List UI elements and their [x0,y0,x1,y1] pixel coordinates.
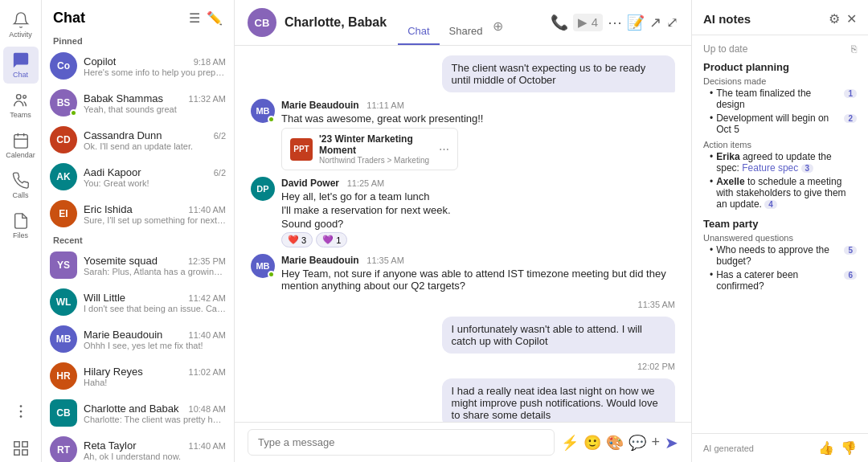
message-input-area: ⚡ 🙂 🎨 💬 + ➤ [235,422,691,462]
chat-item-eric[interactable]: EI Eric Ishida 11:40 AM Sure, I'll set u… [42,195,234,232]
chat-item-name: Copilot [84,55,116,67]
sidebar-item-files[interactable]: Files [3,207,39,244]
thumbs-up-icon[interactable]: 👍 [818,440,834,456]
sidebar-calls-label: Calls [12,191,28,199]
chat-item-time: 10:48 AM [189,404,226,414]
send-icon[interactable]: ➤ [665,433,678,452]
chat-item-babak[interactable]: BS Babak Shammas 11:32 AM Yeah, that sou… [42,84,234,121]
emoji-icon[interactable]: 🙂 [583,434,601,452]
ai-notes-icon[interactable]: 📝 [627,14,645,31]
ai-notes-content: Up to date ⎘ Product planning Decisions … [692,35,868,433]
thumbs-down-icon[interactable]: 👎 [841,440,857,456]
chat-item-reta[interactable]: RT Reta Taylor 11:40 AM Ah, ok I underst… [42,431,234,462]
avatar-babak: BS [50,89,77,117]
msg-sender: David Power [281,178,339,189]
chat-nav-icon [12,51,30,69]
pinned-section-label: Pinned [42,33,234,47]
chat-list-panel: Chat ☰ ✏️ Pinned Co Copilot 9:18 AM Here… [42,0,235,462]
sidebar-calendar-label: Calendar [6,151,35,159]
sidebar-item-activity[interactable]: Activity [3,6,39,43]
ai-bullet-q2: Has a caterer been confirmed? 6 [703,269,857,292]
avatar-hilary: HR [50,362,77,390]
chat-item-will[interactable]: WL Will Little 11:42 AM I don't see that… [42,284,234,321]
reactions: ❤️3 💜1 [281,232,675,247]
avatar-will: WL [50,288,77,316]
video-icon[interactable]: ▶ 4 [573,14,603,31]
new-chat-icon[interactable]: ✏️ [207,10,223,26]
time-label: 11:35 AM [638,300,675,309]
msg-text-3: Sound good? [281,218,675,230]
copy-icon[interactable]: ⎘ [851,43,857,55]
sidebar-item-chat[interactable]: Chat [3,47,39,84]
msg-time: 11:25 AM [347,178,384,188]
chat-item-charlotte-babak[interactable]: CB Charlotte and Babak 10:48 AM Charlott… [42,395,234,431]
filter-icon[interactable]: ☰ [189,10,200,26]
ai-notes-settings-icon[interactable]: ⚙ [829,11,840,27]
chat-item-time: 9:18 AM [194,57,226,67]
msg-text: Hey Team, not sure if anyone was able to… [281,268,675,292]
chat-item-info-charlotte-babak: Charlotte and Babak 10:48 AM Charlotte: … [84,403,226,424]
svg-point-6 [19,405,22,407]
chat-item-time: 6/2 [214,168,226,178]
feature-spec-link[interactable]: Feature spec [742,162,798,174]
sidebar-item-calendar[interactable]: Calendar [3,127,39,164]
chat-item-copilot[interactable]: Co Copilot 9:18 AM Here's some info to h… [42,47,234,84]
call-icon[interactable]: 📞 [551,14,568,31]
chat-item-info-babak: Babak Shammas 11:32 AM Yeah, that sounds… [84,92,226,114]
ai-notes-header: AI notes ⚙ ✕ [692,0,868,35]
input-icons: ⚡ 🙂 🎨 💬 + ➤ [561,433,678,452]
format-icon[interactable]: ⚡ [561,434,579,452]
msg-text-1: Hey all, let's go for a team lunch [281,190,675,202]
ai-sub-unanswered: Unanswered questions [703,233,857,243]
sidebar-item-teams[interactable]: Teams [3,87,39,124]
message-bubble-right-1: The client wasn't expecting us to be rea… [442,55,675,92]
sticker-icon[interactable]: 🎨 [606,434,624,452]
sidebar-apps-button[interactable] [3,435,39,462]
tab-shared[interactable]: Shared [440,20,493,45]
avatar-copilot: Co [50,52,77,80]
avatar-aadi: AK [50,163,77,190]
chat-item-aadi[interactable]: AK Aadi Kapoor 6/2 You: Great work! [42,158,234,195]
ai-action-1: Erika agreed to update the spec: Feature… [703,151,857,174]
chat-item-info-hilary: Hilary Reyes 11:02 AM Haha! [84,366,226,387]
popout-icon[interactable]: ⤢ [666,14,678,31]
chat-item-yosemite[interactable]: YS Yosemite squad 12:35 PM Sarah: Plus, … [42,247,234,284]
sidebar-files-label: Files [13,231,28,239]
chat-item-marie[interactable]: MB Marie Beaudouin 11:40 AM Ohhh I see, … [42,321,234,358]
sidebar-item-calls[interactable]: Calls [3,167,39,204]
tab-add-button[interactable]: ⊕ [493,18,503,43]
message-row-marie-2: MB Marie Beaudouin 11:35 AM Hey Team, no… [251,254,675,292]
msg-content-marie-2: Marie Beaudouin 11:35 AM Hey Team, not s… [281,254,675,292]
tab-chat[interactable]: Chat [398,20,439,45]
message-row-david: DP David Power 11:25 AM Hey all, let's g… [251,177,675,247]
reaction-heart[interactable]: ❤️3 [281,232,313,247]
chat-item-info-aadi: Aadi Kapoor 6/2 You: Great work! [84,166,226,188]
chat-item-time: 11:40 AM [189,330,226,340]
message-input[interactable] [248,429,555,456]
ai-bullet-2: Development will begin on Oct 5 2 [703,112,857,135]
ai-notes-footer: AI generated 👍 👎 [692,433,868,462]
chat-item-time: 11:40 AM [189,205,226,215]
file-sub: Northwind Traders > Marketing [319,156,432,165]
gif-icon[interactable]: 💬 [628,434,646,452]
avatar-marie: MB [50,325,77,353]
chat-item-info-will: Will Little 11:42 AM I don't see that be… [84,292,226,313]
svg-rect-10 [22,442,27,447]
sidebar-more-button[interactable] [3,398,39,425]
chat-item-name: Cassandra Dunn [84,129,162,141]
ai-notes-close-icon[interactable]: ✕ [846,11,857,27]
file-card[interactable]: PPT '23 Winter Marketing Moment Northwin… [281,128,458,170]
svg-rect-11 [14,450,18,455]
msg-time: 11:35 AM [366,256,403,265]
reaction-purple-heart[interactable]: 💜1 [316,232,347,247]
avatar-david: DP [251,177,275,201]
share-icon[interactable]: ↗ [649,14,661,31]
timestamp-right-2: 11:35 AM [251,298,675,310]
chat-item-cassandra[interactable]: CD Cassandra Dunn 6/2 Ok. I'll send an u… [42,121,234,158]
teams-icon [12,92,30,109]
file-menu-icon[interactable]: ⋯ [439,143,449,155]
attach-icon[interactable]: + [651,434,660,451]
avatar-charlotte-babak: CB [50,399,77,427]
more-actions-icon[interactable]: ⋯ [608,14,622,31]
chat-item-hilary[interactable]: HR Hilary Reyes 11:02 AM Haha! [42,358,234,395]
